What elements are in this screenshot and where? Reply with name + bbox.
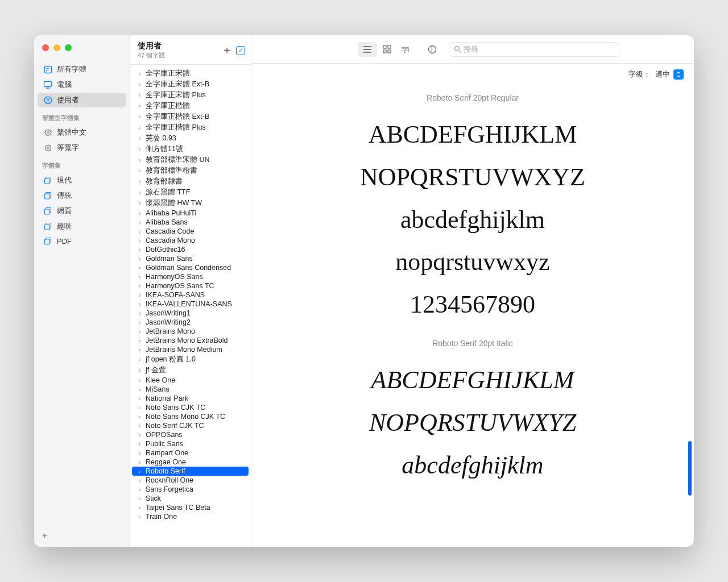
font-row[interactable]: ›OPPOSans (130, 430, 251, 439)
disclosure-icon: › (139, 189, 143, 196)
font-row[interactable]: ›Train One (130, 512, 251, 521)
font-row[interactable]: ›Sans Forgetica (130, 485, 251, 494)
font-list-panel: 使用者 47 個字體 + ✓ ›全字庫正宋體›全字庫正宋體 Ext-B›全字庫正… (130, 35, 251, 547)
sidebar-item-label: 趣味 (57, 221, 72, 231)
scrollbar-track[interactable] (687, 86, 692, 541)
font-row[interactable]: ›IKEA-VALLENTUNA-SANS (130, 300, 251, 309)
font-row[interactable]: ›Noto Serif CJK TC (130, 421, 251, 430)
font-row[interactable]: ›Roboto Serif (132, 467, 249, 476)
disclosure-icon: › (139, 310, 143, 317)
sidebar-item[interactable]: F所有字體 (38, 62, 126, 77)
disclosure-icon: › (139, 487, 143, 493)
font-row[interactable]: ›懷源黑體 HW TW (130, 198, 251, 209)
svg-rect-21 (383, 50, 386, 53)
font-row[interactable]: ›全字庫正楷體 (130, 101, 251, 111)
disclosure-icon: › (139, 146, 143, 152)
font-row[interactable]: ›Cascadia Mono (130, 236, 251, 245)
sidebar-item[interactable]: 現代 (38, 173, 126, 188)
svg-rect-20 (388, 45, 391, 48)
font-row[interactable]: ›全字庫正宋體 Plus (130, 90, 251, 101)
font-row[interactable]: ›DotGothic16 (130, 245, 251, 254)
add-font-button[interactable]: + (224, 45, 230, 56)
font-row[interactable]: ›Taipei Sans TC Beta (130, 503, 251, 512)
font-row[interactable]: ›National Park (130, 394, 251, 403)
scrollbar-thumb[interactable] (688, 441, 692, 496)
font-row[interactable]: ›Klee One (130, 376, 251, 385)
font-row[interactable]: ›Reggae One (130, 458, 251, 467)
font-row[interactable]: ›Alibaba Sans (130, 218, 251, 227)
zoom-button[interactable] (65, 44, 72, 51)
sidebar-item[interactable]: 傳統 (38, 188, 126, 203)
preview-line: 1234567890 (274, 284, 671, 326)
text-square-icon: F (43, 65, 52, 74)
add-collection-button[interactable]: + (34, 525, 129, 547)
sidebar-item[interactable]: 等寬字 (38, 140, 126, 155)
size-value: 適中 (655, 69, 670, 80)
font-list[interactable]: ›全字庫正宋體›全字庫正宋體 Ext-B›全字庫正宋體 Plus›全字庫正楷體›… (130, 65, 251, 547)
text-cursor-icon: 字 (402, 45, 411, 53)
sample-view-button[interactable] (358, 42, 377, 57)
font-row[interactable]: ›IKEA-SOFA-SANS (130, 290, 251, 300)
font-row[interactable]: ›Goldman Sans (130, 254, 251, 263)
font-row[interactable]: ›Noto Sans Mono CJK TC (130, 412, 251, 421)
font-row[interactable]: ›JasonWriting1 (130, 309, 251, 318)
app-window: F所有字體電腦使用者 智慧型字體集 繁體中文等寬字 字體集 現代傳統網頁趣味PD… (34, 35, 694, 547)
font-row[interactable]: ›Rampart One (130, 448, 251, 458)
font-row[interactable]: ›全字庫正楷體 Plus (130, 122, 251, 133)
sidebar-item[interactable]: 網頁 (38, 203, 126, 218)
search-field[interactable]: 搜尋 (449, 42, 619, 57)
toggle-enabled-button[interactable]: ✓ (236, 46, 245, 55)
font-row[interactable]: ›教育部隸書 (130, 176, 251, 187)
font-row[interactable]: ›jf 金萱 (130, 365, 251, 376)
sidebar-item[interactable]: 繁體中文 (38, 125, 126, 140)
font-row[interactable]: ›Cascadia Code (130, 227, 251, 236)
font-row[interactable]: ›JetBrains Mono (130, 327, 251, 336)
font-row[interactable]: ›jf open 粉圓 1.0 (130, 354, 251, 365)
sidebar-item[interactable]: 使用者 (38, 93, 126, 107)
font-row[interactable]: ›俐方體11號 (130, 144, 251, 155)
custom-view-button[interactable]: 字 (396, 42, 416, 57)
font-name: Public Sans (146, 440, 183, 448)
view-mode-segmented[interactable]: 字 (358, 42, 416, 57)
font-row[interactable]: ›全字庫正楷體 Ext-B (130, 111, 251, 122)
font-row[interactable]: ›源石黑體 TTF (130, 187, 251, 198)
font-row[interactable]: ›HarmonyOS Sans TC (130, 281, 251, 290)
disclosure-icon: › (139, 377, 143, 384)
close-button[interactable] (42, 44, 49, 51)
font-name: jf open 粉圓 1.0 (146, 355, 196, 364)
sidebar-item[interactable]: 趣味 (38, 219, 126, 234)
font-row[interactable]: ›Goldman Sans Condensed (130, 263, 251, 272)
font-row[interactable]: ›Alibaba PuHuiTi (130, 209, 251, 218)
disclosure-icon: › (139, 414, 143, 420)
sidebar-item[interactable]: 電腦 (38, 77, 126, 92)
font-row[interactable]: ›教育部標準楷書 (130, 165, 251, 176)
font-list-header: 使用者 47 個字體 + ✓ (130, 35, 251, 65)
sidebar-item[interactable]: PDF (38, 234, 126, 248)
disclosure-icon: › (139, 505, 143, 511)
size-selector[interactable]: 適中 (655, 69, 684, 80)
font-row[interactable]: ›教育部標準宋體 UN (130, 155, 251, 165)
disclosure-icon: › (139, 386, 143, 393)
font-row[interactable]: ›RocknRoll One (130, 476, 251, 485)
font-row[interactable]: ›芫荽 0.93 (130, 133, 251, 144)
font-row[interactable]: ›全字庫正宋體 (130, 68, 251, 79)
font-row[interactable]: ›MiSans (130, 385, 251, 394)
font-list-title: 使用者 (138, 41, 165, 51)
minimize-button[interactable] (53, 44, 60, 51)
font-name: Sans Forgetica (146, 485, 193, 493)
font-row[interactable]: ›Public Sans (130, 439, 251, 448)
font-row[interactable]: ›全字庫正宋體 Ext-B (130, 79, 251, 90)
font-row[interactable]: ›JasonWriting2 (130, 318, 251, 327)
font-row[interactable]: ›HarmonyOS Sans (130, 272, 251, 281)
grid-view-button[interactable] (377, 42, 396, 57)
font-name: Goldman Sans Condensed (146, 264, 231, 272)
font-row[interactable]: ›JetBrains Mono Medium (130, 345, 251, 354)
font-row[interactable]: ›Stick (130, 494, 251, 503)
info-button[interactable]: i (423, 42, 442, 57)
grid-icon (383, 45, 391, 53)
font-row[interactable]: ›Noto Sans CJK TC (130, 403, 251, 412)
chevron-down-icon (673, 69, 684, 80)
font-row[interactable]: ›JetBrains Mono ExtraBold (130, 336, 251, 345)
sidebar-item-label: PDF (57, 237, 72, 246)
font-name: DotGothic16 (146, 246, 185, 253)
